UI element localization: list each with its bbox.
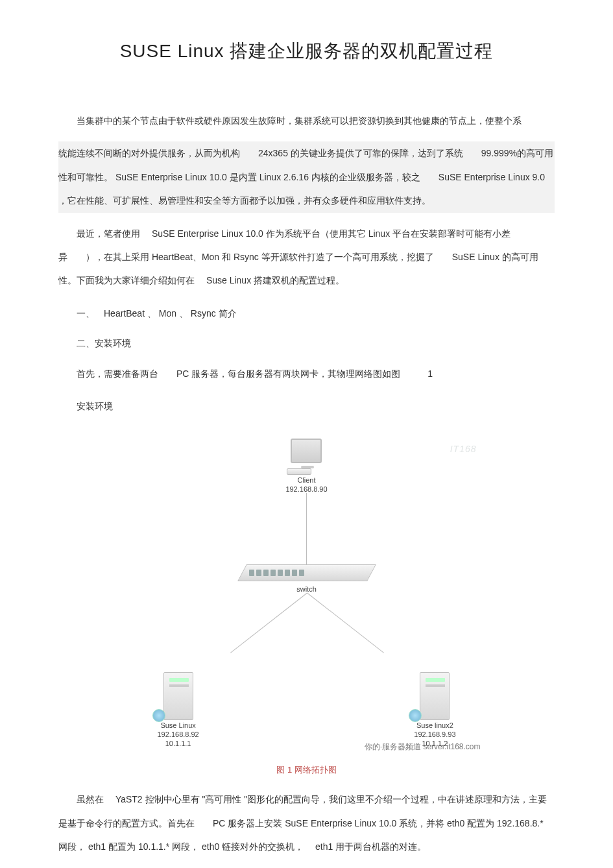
server-right-ip1: 192.168.9.93 — [414, 730, 455, 738]
server-icon — [163, 672, 193, 720]
server-icon — [420, 672, 450, 720]
section-1-heading: 一、 HeartBeat 、 Mon 、 Rsync 简介 — [58, 302, 555, 325]
server-left-name: Suse Linux — [160, 721, 195, 729]
client-label: Client — [297, 476, 315, 484]
page-title: SUSE Linux 搭建企业服务器的双机配置过程 — [58, 39, 555, 64]
switch-icon — [237, 564, 376, 581]
para-yast-desc: 虽然在 YaST2 控制中心里有 "高可用性 "图形化的配置向导，我们这里不介绍… — [58, 788, 555, 858]
para-env-label: 安装环境 — [58, 394, 555, 418]
intro-paragraph-2: 最近，笔者使用 SuSE Enterprise Linux 10.0 作为系统平… — [58, 222, 555, 293]
monitor-icon — [291, 439, 322, 463]
figure-caption: 图 1 网络拓扑图 — [58, 764, 555, 776]
keyboard-icon — [287, 468, 311, 475]
switch-node: switch — [242, 564, 372, 593]
disk-icon — [152, 709, 165, 722]
server-left-ip2: 10.1.1.1 — [165, 740, 191, 747]
watermark-footer: 你的·服务器频道 server.it168.com — [365, 741, 481, 753]
watermark-text: IT168 — [450, 444, 477, 454]
server-right-name: Suse linux2 — [416, 721, 453, 729]
network-diagram: IT168 Client 192.168.8.90 switch Suse Li… — [132, 427, 482, 756]
intro-paragraph-1b: 统能连续不间断的对外提供服务，从而为机构 24x365 的关键业务提供了可靠的保… — [58, 141, 555, 212]
disk-icon — [409, 709, 422, 722]
client-ip: 192.168.8.90 — [285, 485, 327, 493]
para-prepare-servers: 首先，需要准备两台 PC 服务器，每台服务器有两块网卡，其物理网络图如图 1 — [58, 362, 555, 385]
branch-lines — [171, 593, 443, 677]
server-left: Suse Linux 192.168.8.92 10.1.1.1 — [158, 672, 199, 747]
server-left-ip1: 192.168.8.92 — [158, 730, 199, 738]
server-right: Suse linux2 192.168.9.93 10.1.1.2 — [414, 672, 455, 747]
connector-line — [306, 493, 307, 564]
intro-line1: 当集群中的某个节点由于软件或硬件原因发生故障时，集群系统可以把资源切换到其他健康… — [77, 115, 522, 126]
intro-paragraph-1: 当集群中的某个节点由于软件或硬件原因发生故障时，集群系统可以把资源切换到其他健康… — [58, 109, 555, 132]
section-2-heading: 二、安装环境 — [58, 332, 555, 355]
client-node: Client 192.168.8.90 — [285, 439, 327, 493]
